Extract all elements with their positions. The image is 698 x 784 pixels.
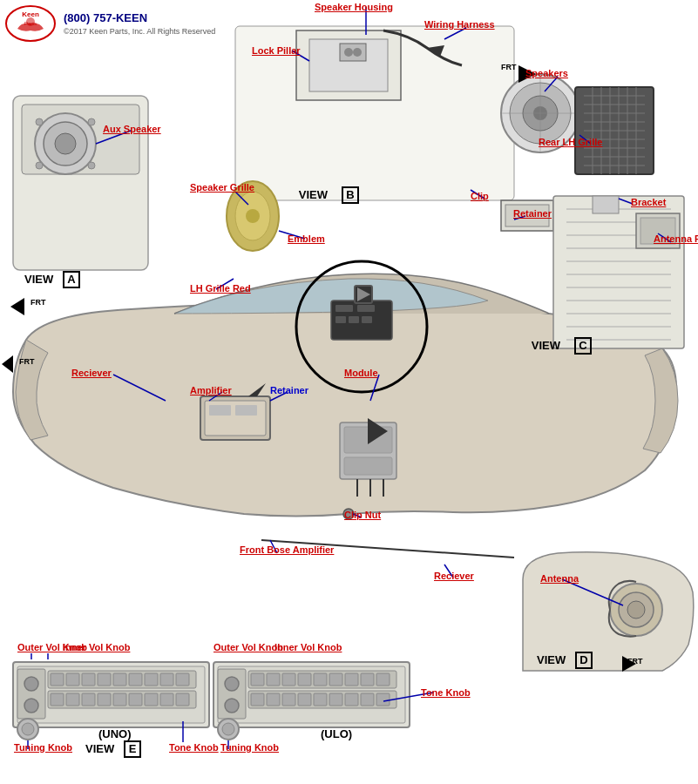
- svg-rect-120: [51, 693, 64, 706]
- uno-label: (UNO): [98, 727, 132, 740]
- svg-text:VIEW: VIEW: [299, 188, 329, 201]
- svg-rect-68: [235, 405, 257, 416]
- svg-text:FRT: FRT: [19, 357, 35, 366]
- svg-rect-147: [251, 693, 264, 706]
- svg-text:E: E: [129, 742, 137, 755]
- svg-text:VIEW: VIEW: [532, 339, 561, 352]
- speaker-grille-label[interactable]: Speaker Grille: [190, 182, 254, 193]
- clip-nut-label[interactable]: Clip Nut: [344, 510, 381, 520]
- aux-speaker-label[interactable]: Aux Speaker: [103, 124, 161, 134]
- svg-rect-117: [160, 673, 173, 686]
- clip-label[interactable]: Clip: [471, 191, 489, 201]
- outer-vol-knob-2-label[interactable]: Outer Vol Knob: [213, 642, 283, 653]
- speakers-label[interactable]: Speakers: [525, 68, 568, 78]
- svg-rect-125: [129, 693, 142, 706]
- reciever-left-label[interactable]: Reciever: [71, 368, 112, 378]
- wiring-harness-label[interactable]: Wiring Harness: [424, 19, 495, 30]
- retainer-top-label[interactable]: Retainer: [513, 208, 552, 219]
- svg-text:D: D: [579, 653, 587, 666]
- svg-text:VIEW: VIEW: [85, 742, 115, 755]
- svg-rect-121: [66, 693, 79, 706]
- svg-rect-62: [362, 316, 372, 323]
- svg-rect-124: [113, 693, 126, 706]
- svg-rect-61: [349, 316, 359, 323]
- svg-rect-111: [66, 673, 79, 686]
- diagram-container: Keen Parts (800) 757-KEEN ©2017 Keen Par…: [0, 0, 698, 784]
- svg-rect-154: [361, 693, 374, 706]
- amplifier-label[interactable]: Amplifier: [190, 385, 232, 395]
- svg-point-43: [55, 133, 76, 154]
- svg-point-160: [222, 723, 234, 735]
- svg-point-133: [22, 723, 34, 735]
- svg-text:VIEW: VIEW: [24, 273, 54, 286]
- tuning-knob-2-label[interactable]: Tuning Knob: [220, 742, 279, 753]
- front-bose-amp-label[interactable]: Front Bose Amplifier: [240, 544, 334, 556]
- svg-rect-116: [145, 673, 158, 686]
- svg-text:FRT: FRT: [501, 63, 517, 71]
- tone-knob-2-label[interactable]: Tone Knob: [421, 687, 471, 698]
- svg-rect-151: [314, 693, 327, 706]
- svg-point-46: [36, 162, 43, 169]
- inner-vol-knob-2-label[interactable]: Inner Vol Knob: [274, 642, 342, 653]
- ulo-label: (ULO): [321, 727, 352, 740]
- svg-rect-72: [344, 457, 392, 475]
- lock-pillar-label[interactable]: Lock Pillar: [252, 45, 301, 56]
- svg-rect-149: [282, 693, 295, 706]
- svg-rect-60: [335, 316, 346, 323]
- svg-rect-67: [209, 405, 231, 416]
- reciever-mid-label[interactable]: Reciever: [434, 571, 474, 581]
- svg-text:B: B: [346, 188, 354, 201]
- svg-rect-141: [314, 673, 327, 686]
- antenna-label[interactable]: Antenna: [540, 573, 579, 584]
- svg-rect-140: [298, 673, 311, 686]
- svg-point-44: [36, 118, 43, 125]
- bracket-label[interactable]: Bracket: [631, 197, 666, 207]
- svg-point-45: [88, 118, 95, 125]
- inner-vol-knob-1-label[interactable]: Inner Vol Knob: [63, 642, 130, 653]
- svg-rect-145: [376, 673, 390, 686]
- svg-point-157: [225, 677, 239, 691]
- svg-rect-115: [129, 673, 142, 686]
- svg-rect-59: [357, 305, 375, 312]
- lh-grille-red-label[interactable]: LH Grille Red: [190, 283, 251, 294]
- svg-point-9: [353, 48, 362, 57]
- main-diagram-svg: B VIEW FRT VIEW A FRT: [0, 0, 698, 784]
- svg-rect-128: [176, 693, 189, 706]
- svg-rect-155: [376, 693, 390, 706]
- svg-point-47: [88, 162, 95, 169]
- svg-rect-148: [267, 693, 280, 706]
- svg-rect-110: [51, 673, 64, 686]
- speaker-housing-label[interactable]: Speaker Housing: [315, 2, 393, 12]
- svg-rect-123: [98, 693, 111, 706]
- svg-rect-93: [593, 196, 619, 213]
- tone-knob-1-label[interactable]: Tone Knob: [169, 742, 219, 753]
- svg-rect-58: [335, 305, 353, 312]
- svg-rect-143: [345, 673, 358, 686]
- svg-rect-122: [82, 693, 95, 706]
- svg-point-8: [344, 48, 353, 57]
- retainer-mid-label[interactable]: Retainer: [270, 385, 308, 395]
- module-label[interactable]: Module: [344, 368, 378, 378]
- svg-rect-137: [251, 673, 264, 686]
- svg-text:A: A: [67, 273, 76, 286]
- rear-lh-grille-label[interactable]: Rear LH Grille: [539, 137, 602, 147]
- svg-text:FRT: FRT: [30, 298, 46, 307]
- svg-point-131: [24, 699, 38, 713]
- svg-point-130: [24, 677, 38, 691]
- svg-rect-114: [113, 673, 126, 686]
- antenna-plate-label[interactable]: Antenna Plate: [654, 233, 698, 244]
- tuning-knob-1-label[interactable]: Tuning Knob: [14, 742, 72, 753]
- svg-rect-144: [361, 673, 374, 686]
- svg-rect-153: [345, 693, 358, 706]
- svg-marker-55: [10, 298, 24, 315]
- svg-rect-138: [267, 673, 280, 686]
- svg-rect-142: [329, 673, 342, 686]
- svg-text:C: C: [579, 339, 587, 352]
- svg-rect-127: [160, 693, 173, 706]
- svg-rect-126: [145, 693, 158, 706]
- emblem-label[interactable]: Emblem: [288, 233, 325, 244]
- svg-point-50: [246, 209, 260, 223]
- svg-rect-152: [329, 693, 342, 706]
- svg-point-158: [225, 699, 239, 713]
- svg-rect-150: [298, 693, 311, 706]
